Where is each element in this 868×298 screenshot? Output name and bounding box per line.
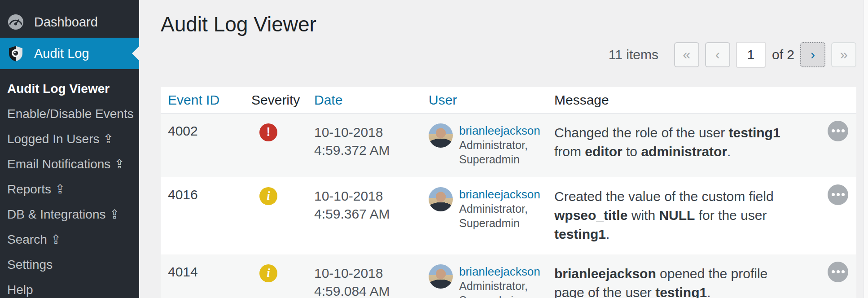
- message-text: Changed the role of the user: [554, 125, 729, 140]
- column-header-date[interactable]: Date: [307, 87, 421, 113]
- user-link[interactable]: brianleejackson: [459, 264, 540, 279]
- message-text: wpseo_title: [554, 208, 627, 223]
- current-page-input[interactable]: [736, 42, 766, 68]
- message-text: with: [627, 208, 659, 223]
- message-text: to: [623, 144, 641, 159]
- more-options-button[interactable]: [828, 262, 848, 282]
- user-avatar: [429, 264, 453, 289]
- last-page-button[interactable]: »: [831, 42, 856, 67]
- message-text: administrator: [641, 144, 727, 159]
- message-text: .: [606, 227, 609, 241]
- user-roles: Administrator,: [459, 202, 540, 216]
- sidebar-item-enable-disable-events[interactable]: Enable/Disable Events: [0, 101, 139, 127]
- user-link[interactable]: brianleejackson: [459, 187, 540, 202]
- sidebar-item-label: Settings: [7, 258, 53, 272]
- message-text: testing1: [729, 125, 780, 140]
- sidebar-item-label: Enable/Disable Events: [7, 107, 134, 121]
- more-options-button[interactable]: [828, 184, 848, 205]
- sidebar-item-label: DB & Integrations: [7, 207, 105, 221]
- sidebar-item-settings[interactable]: Settings: [0, 252, 139, 277]
- page-title: Audit Log Viewer: [161, 0, 856, 37]
- event-id-cell: 4002: [161, 113, 244, 177]
- column-header-event-id[interactable]: Event ID: [161, 87, 244, 113]
- sidebar-item-label: Email Notifications: [7, 157, 110, 171]
- ellipsis-icon: [837, 129, 840, 132]
- sidebar-item-label: Search: [7, 232, 47, 246]
- main-content: Audit Log Viewer 11 items « ‹ of 2 › » E…: [139, 0, 868, 298]
- user-cell: brianleejacksonAdministrator,Superadmin: [421, 254, 547, 298]
- audit-log-shield-icon: [7, 45, 24, 62]
- sidebar-item-label: Reports: [7, 182, 51, 196]
- time-value: 4:59.084 AM: [314, 282, 421, 298]
- severity-high-icon: !: [259, 123, 277, 141]
- column-header-severity: Severity: [244, 87, 307, 113]
- user-link[interactable]: brianleejackson: [459, 123, 540, 138]
- sidebar-item-label: Dashboard: [34, 15, 98, 30]
- message-text: NULL: [659, 208, 695, 223]
- date-value: 10-10-2018: [314, 123, 421, 141]
- date-cell: 10-10-20184:59.372 AM: [307, 113, 421, 177]
- sidebar-item-db-integrations[interactable]: DB & Integrations⇪: [0, 202, 139, 227]
- sidebar-item-label: Audit Log: [34, 46, 89, 61]
- prev-page-button[interactable]: ‹: [705, 42, 730, 67]
- column-header-user[interactable]: User: [421, 87, 547, 113]
- user-info: brianleejacksonAdministrator,Superadmin: [459, 123, 540, 167]
- user-info: brianleejacksonAdministrator,Superadmin: [459, 264, 540, 298]
- user-cell-content: brianleejacksonAdministrator,Superadmin: [429, 264, 547, 298]
- premium-upgrade-icon: ⇪: [51, 232, 61, 246]
- next-page-button[interactable]: ›: [800, 42, 825, 67]
- table-body: 4002!10-10-20184:59.372 AMbrianleejackso…: [161, 113, 856, 298]
- message-text: testing1: [554, 227, 606, 241]
- dashboard-gauge-icon: [7, 13, 24, 31]
- premium-upgrade-icon: ⇪: [114, 157, 124, 171]
- user-cell-content: brianleejacksonAdministrator,Superadmin: [429, 123, 547, 167]
- premium-upgrade-icon: ⇪: [55, 182, 65, 196]
- more-options-button[interactable]: [828, 121, 848, 141]
- table-row: 4002!10-10-20184:59.372 AMbrianleejackso…: [161, 113, 856, 177]
- sidebar-item-audit-log[interactable]: Audit Log: [0, 38, 139, 69]
- severity-info-icon: i: [259, 187, 277, 205]
- message-text: from: [554, 144, 585, 159]
- user-avatar: [429, 123, 453, 148]
- time-value: 4:59.367 AM: [314, 205, 421, 223]
- user-roles: Superadmin: [459, 152, 540, 167]
- sidebar-item-search[interactable]: Search⇪: [0, 227, 139, 252]
- message-text: editor: [585, 144, 622, 159]
- sidebar-item-label: Audit Log Viewer: [7, 82, 110, 96]
- sidebar-item-dashboard[interactable]: Dashboard: [0, 6, 139, 38]
- sidebar-item-email-notifications[interactable]: Email Notifications⇪: [0, 152, 139, 177]
- date-value: 10-10-2018: [314, 264, 421, 282]
- user-roles: Superadmin: [459, 216, 540, 230]
- message-text: for the user: [695, 208, 767, 223]
- message-cell: Changed the role of the user testing1 fr…: [547, 113, 856, 177]
- ellipsis-icon: [837, 193, 840, 196]
- table-row: 4014i10-10-20184:59.084 AMbrianleejackso…: [161, 254, 856, 298]
- user-roles: Superadmin: [459, 293, 540, 298]
- sidebar-item-logged-in-users[interactable]: Logged In Users⇪: [0, 127, 139, 152]
- sidebar-item-label: Help: [7, 283, 33, 297]
- message-text: .: [727, 144, 731, 159]
- scrollbar[interactable]: [864, 0, 868, 298]
- sidebar-item-audit-log-viewer[interactable]: Audit Log Viewer: [0, 76, 139, 101]
- event-id-cell: 4014: [161, 254, 244, 298]
- table-row: 4016i10-10-20184:59.367 AMbrianleejackso…: [161, 177, 856, 254]
- sidebar-item-help[interactable]: Help: [0, 277, 139, 298]
- event-id-cell: 4016: [161, 177, 244, 254]
- admin-sidebar: Dashboard: [0, 0, 139, 298]
- table-header-row: Event IDSeverityDateUserMessage: [161, 87, 856, 113]
- severity-cell: i: [244, 177, 307, 254]
- user-roles: Administrator,: [459, 138, 540, 152]
- user-info: brianleejacksonAdministrator,Superadmin: [459, 187, 540, 230]
- sidebar-item-label: Logged In Users: [7, 132, 99, 146]
- user-cell-content: brianleejacksonAdministrator,Superadmin: [429, 187, 547, 230]
- admin-submenu: Audit Log ViewerEnable/Disable EventsLog…: [0, 69, 139, 298]
- sidebar-item-reports[interactable]: Reports⇪: [0, 177, 139, 202]
- message-text: brianleejackson: [554, 266, 656, 281]
- date-cell: 10-10-20184:59.084 AM: [307, 254, 421, 298]
- first-page-button[interactable]: «: [674, 42, 699, 67]
- ellipsis-icon: [837, 270, 840, 273]
- admin-menu: Dashboard: [0, 0, 139, 69]
- severity-info-icon: i: [259, 264, 277, 282]
- message-cell: brianleejackson opened the profile page …: [547, 254, 856, 298]
- audit-log-table: Event IDSeverityDateUserMessage 4002!10-…: [161, 87, 856, 298]
